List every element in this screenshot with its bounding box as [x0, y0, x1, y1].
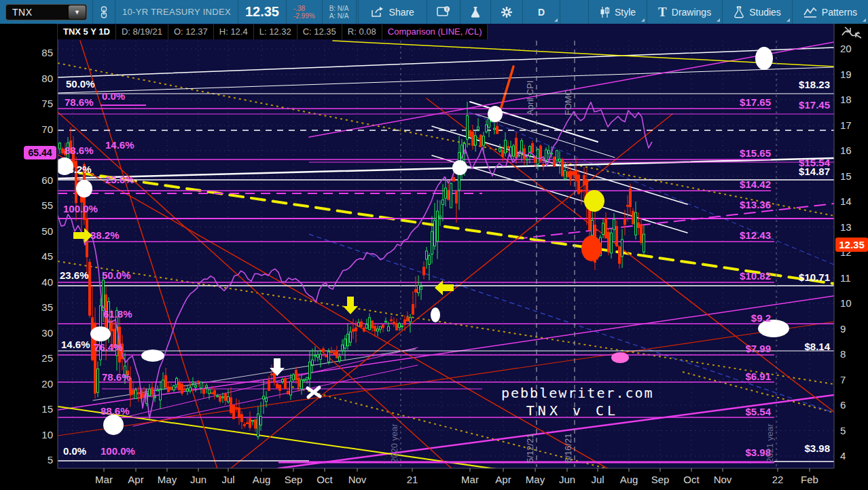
svg-text:Sep: Sep [651, 474, 670, 485]
svg-text:$7.99: $7.99 [745, 343, 771, 354]
svg-text:5: 5 [48, 454, 53, 466]
svg-text:$14.42: $14.42 [740, 178, 771, 190]
svg-text:65.44: 65.44 [28, 147, 52, 158]
svg-text:10: 10 [840, 297, 852, 309]
cl-last-price-tag: 65.44 [24, 146, 56, 159]
ohlc-chip[interactable]: C: 12.35 [297, 24, 342, 39]
svg-text:FOMC: FOMC [563, 90, 573, 115]
svg-text:21: 21 [407, 474, 418, 485]
svg-text:12.35: 12.35 [839, 239, 865, 250]
svg-text:6: 6 [840, 399, 846, 411]
svg-text:May: May [526, 474, 545, 485]
svg-text:$18.23: $18.23 [799, 79, 830, 90]
svg-text:May: May [158, 474, 177, 485]
svg-text:14.6%: 14.6% [105, 139, 134, 151]
svg-text:Sep: Sep [285, 474, 303, 485]
svg-text:15: 15 [840, 170, 852, 182]
svg-text:14.6%: 14.6% [61, 339, 90, 350]
ohlc-chip[interactable]: R: 0.08 [342, 24, 382, 39]
svg-text:13: 13 [840, 221, 852, 233]
svg-text:Jul: Jul [221, 474, 234, 485]
ohlc-chip[interactable]: Comparison (LINE, /CL) [382, 24, 488, 39]
svg-text:11: 11 [840, 272, 851, 284]
svg-text:50: 50 [41, 225, 53, 237]
svg-text:19: 19 [840, 69, 852, 80]
svg-text:100.0%: 100.0% [63, 203, 98, 214]
svg-text:$6.91: $6.91 [745, 371, 771, 382]
svg-text:75: 75 [41, 98, 53, 109]
svg-text:38.2%: 38.2% [62, 164, 92, 175]
svg-text:61.8%: 61.8% [103, 308, 132, 320]
svg-text:$8.14: $8.14 [804, 341, 830, 352]
svg-text:Aug: Aug [620, 474, 638, 485]
svg-text:30: 30 [41, 327, 53, 339]
svg-text:Jun: Jun [559, 474, 575, 485]
svg-text:10: 10 [41, 429, 53, 440]
svg-text:50.0%: 50.0% [102, 269, 131, 281]
ohlc-readout-strip: TNX 5 Y 1DD: 8/19/21O: 12.37H: 12.4L: 12… [58, 24, 488, 39]
svg-text:50.0%: 50.0% [66, 78, 95, 90]
svg-text:100.0%: 100.0% [101, 445, 135, 457]
svg-text:Nov: Nov [348, 474, 367, 485]
svg-text:9: 9 [840, 323, 846, 335]
svg-text:$10.71: $10.71 [799, 271, 830, 283]
svg-text:22: 22 [772, 474, 784, 485]
svg-text:$15.65: $15.65 [740, 147, 771, 159]
svg-text:17: 17 [840, 119, 852, 131]
svg-text:Jun: Jun [190, 474, 206, 485]
tos-chart-window: { "toolbar": { "symbol": "TNX", "index_n… [0, 0, 868, 490]
svg-text:Oct: Oct [317, 474, 333, 485]
svg-text:Apr: Apr [128, 474, 143, 485]
svg-text:35: 35 [41, 301, 53, 313]
svg-text:April CPI: April CPI [525, 81, 535, 115]
svg-text:2020 year: 2020 year [389, 423, 399, 463]
svg-text:$12.43: $12.43 [740, 229, 771, 241]
svg-text:45: 45 [41, 250, 53, 262]
svg-text:Feb: Feb [801, 474, 818, 485]
plot-background [58, 24, 834, 468]
svg-text:20: 20 [41, 378, 53, 390]
svg-text:88.6%: 88.6% [65, 145, 94, 156]
svg-text:$5.54: $5.54 [745, 406, 771, 417]
svg-text:Jul: Jul [591, 474, 604, 485]
svg-text:$13.36: $13.36 [740, 199, 771, 210]
svg-text:55: 55 [41, 200, 53, 211]
svg-text:20: 20 [840, 43, 852, 54]
svg-text:85: 85 [41, 47, 53, 58]
ohlc-chip[interactable]: TNX 5 Y 1D [58, 24, 116, 39]
price-chart[interactable]: 50.0%0.0%78.6%14.6%88.6%38.2%23.6%100.0%… [0, 0, 868, 490]
svg-text:8: 8 [840, 348, 846, 360]
svg-text:Mar: Mar [461, 474, 479, 485]
svg-text:40: 40 [41, 276, 53, 288]
ohlc-chip[interactable]: O: 12.37 [168, 24, 214, 39]
ohlc-chip[interactable]: D: 8/19/21 [116, 24, 168, 39]
svg-text:4: 4 [840, 450, 846, 461]
svg-text:2021 year: 2021 year [765, 423, 775, 463]
svg-text:15: 15 [41, 403, 53, 415]
svg-text:78.6%: 78.6% [102, 371, 131, 383]
svg-text:25: 25 [41, 352, 53, 364]
svg-text:$9.2: $9.2 [751, 312, 771, 324]
svg-text:0.0%: 0.0% [63, 445, 86, 457]
svg-text:pebblewriter.com: pebblewriter.com [501, 385, 654, 401]
svg-text:0.0%: 0.0% [102, 90, 125, 102]
svg-text:Aug: Aug [253, 474, 271, 485]
svg-text:Nov: Nov [714, 474, 732, 485]
svg-text:Apr: Apr [495, 474, 511, 485]
tnx-last-price-tag: 12.35 [835, 238, 868, 252]
ohlc-chip[interactable]: L: 12.32 [254, 24, 297, 39]
svg-text:6/16/21: 6/16/21 [563, 434, 573, 463]
svg-text:18: 18 [840, 94, 852, 105]
svg-text:80: 80 [41, 73, 53, 84]
svg-text:70: 70 [41, 124, 53, 135]
svg-text:16: 16 [840, 145, 852, 156]
svg-text:Oct: Oct [683, 474, 700, 485]
svg-text:78.6%: 78.6% [65, 96, 94, 108]
svg-text:$3.98: $3.98 [804, 442, 830, 454]
svg-text:88.6%: 88.6% [101, 405, 130, 417]
svg-text:23.6%: 23.6% [60, 269, 89, 281]
svg-text:$17.65: $17.65 [740, 96, 771, 108]
svg-text:5/12/21: 5/12/21 [525, 434, 535, 463]
ohlc-chip[interactable]: H: 12.4 [214, 24, 254, 39]
svg-text:$10.82: $10.82 [740, 270, 771, 282]
